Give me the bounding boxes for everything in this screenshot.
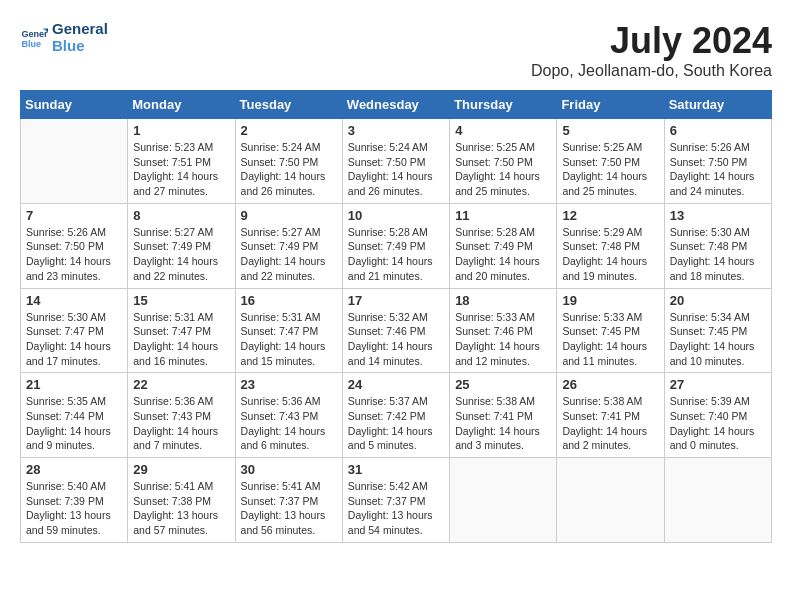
cell-info: Sunrise: 5:40 AM Sunset: 7:39 PM Dayligh… bbox=[26, 479, 122, 538]
calendar-cell: 9Sunrise: 5:27 AM Sunset: 7:49 PM Daylig… bbox=[235, 203, 342, 288]
day-number: 6 bbox=[670, 123, 766, 138]
day-number: 21 bbox=[26, 377, 122, 392]
weekday-header-wednesday: Wednesday bbox=[342, 91, 449, 119]
cell-info: Sunrise: 5:23 AM Sunset: 7:51 PM Dayligh… bbox=[133, 140, 229, 199]
cell-info: Sunrise: 5:33 AM Sunset: 7:46 PM Dayligh… bbox=[455, 310, 551, 369]
cell-info: Sunrise: 5:26 AM Sunset: 7:50 PM Dayligh… bbox=[26, 225, 122, 284]
calendar-cell: 2Sunrise: 5:24 AM Sunset: 7:50 PM Daylig… bbox=[235, 119, 342, 204]
calendar-cell: 31Sunrise: 5:42 AM Sunset: 7:37 PM Dayli… bbox=[342, 458, 449, 543]
calendar-cell: 4Sunrise: 5:25 AM Sunset: 7:50 PM Daylig… bbox=[450, 119, 557, 204]
calendar-week-1: 1Sunrise: 5:23 AM Sunset: 7:51 PM Daylig… bbox=[21, 119, 772, 204]
day-number: 4 bbox=[455, 123, 551, 138]
day-number: 18 bbox=[455, 293, 551, 308]
calendar-cell: 11Sunrise: 5:28 AM Sunset: 7:49 PM Dayli… bbox=[450, 203, 557, 288]
cell-info: Sunrise: 5:37 AM Sunset: 7:42 PM Dayligh… bbox=[348, 394, 444, 453]
calendar-cell bbox=[664, 458, 771, 543]
calendar-cell: 3Sunrise: 5:24 AM Sunset: 7:50 PM Daylig… bbox=[342, 119, 449, 204]
cell-info: Sunrise: 5:41 AM Sunset: 7:38 PM Dayligh… bbox=[133, 479, 229, 538]
cell-info: Sunrise: 5:38 AM Sunset: 7:41 PM Dayligh… bbox=[455, 394, 551, 453]
weekday-header-sunday: Sunday bbox=[21, 91, 128, 119]
day-number: 23 bbox=[241, 377, 337, 392]
calendar-cell: 18Sunrise: 5:33 AM Sunset: 7:46 PM Dayli… bbox=[450, 288, 557, 373]
day-number: 28 bbox=[26, 462, 122, 477]
svg-text:General: General bbox=[21, 29, 48, 39]
weekday-header-friday: Friday bbox=[557, 91, 664, 119]
cell-info: Sunrise: 5:25 AM Sunset: 7:50 PM Dayligh… bbox=[455, 140, 551, 199]
calendar-cell: 10Sunrise: 5:28 AM Sunset: 7:49 PM Dayli… bbox=[342, 203, 449, 288]
day-number: 8 bbox=[133, 208, 229, 223]
cell-info: Sunrise: 5:27 AM Sunset: 7:49 PM Dayligh… bbox=[241, 225, 337, 284]
day-number: 2 bbox=[241, 123, 337, 138]
cell-info: Sunrise: 5:31 AM Sunset: 7:47 PM Dayligh… bbox=[241, 310, 337, 369]
cell-info: Sunrise: 5:30 AM Sunset: 7:48 PM Dayligh… bbox=[670, 225, 766, 284]
calendar-week-4: 21Sunrise: 5:35 AM Sunset: 7:44 PM Dayli… bbox=[21, 373, 772, 458]
header-row: SundayMondayTuesdayWednesdayThursdayFrid… bbox=[21, 91, 772, 119]
logo-blue: Blue bbox=[52, 37, 108, 54]
day-number: 24 bbox=[348, 377, 444, 392]
month-year: July 2024 bbox=[531, 20, 772, 62]
weekday-header-tuesday: Tuesday bbox=[235, 91, 342, 119]
cell-info: Sunrise: 5:27 AM Sunset: 7:49 PM Dayligh… bbox=[133, 225, 229, 284]
day-number: 30 bbox=[241, 462, 337, 477]
calendar-cell: 19Sunrise: 5:33 AM Sunset: 7:45 PM Dayli… bbox=[557, 288, 664, 373]
title-block: July 2024 Dopo, Jeollanam-do, South Kore… bbox=[531, 20, 772, 80]
cell-info: Sunrise: 5:24 AM Sunset: 7:50 PM Dayligh… bbox=[348, 140, 444, 199]
calendar-cell: 20Sunrise: 5:34 AM Sunset: 7:45 PM Dayli… bbox=[664, 288, 771, 373]
calendar-cell: 25Sunrise: 5:38 AM Sunset: 7:41 PM Dayli… bbox=[450, 373, 557, 458]
day-number: 15 bbox=[133, 293, 229, 308]
cell-info: Sunrise: 5:33 AM Sunset: 7:45 PM Dayligh… bbox=[562, 310, 658, 369]
calendar-cell: 5Sunrise: 5:25 AM Sunset: 7:50 PM Daylig… bbox=[557, 119, 664, 204]
day-number: 5 bbox=[562, 123, 658, 138]
cell-info: Sunrise: 5:41 AM Sunset: 7:37 PM Dayligh… bbox=[241, 479, 337, 538]
day-number: 22 bbox=[133, 377, 229, 392]
calendar-cell: 26Sunrise: 5:38 AM Sunset: 7:41 PM Dayli… bbox=[557, 373, 664, 458]
day-number: 27 bbox=[670, 377, 766, 392]
cell-info: Sunrise: 5:28 AM Sunset: 7:49 PM Dayligh… bbox=[455, 225, 551, 284]
cell-info: Sunrise: 5:32 AM Sunset: 7:46 PM Dayligh… bbox=[348, 310, 444, 369]
svg-text:Blue: Blue bbox=[21, 39, 41, 49]
page-header: General Blue General Blue July 2024 Dopo… bbox=[20, 20, 772, 80]
calendar-cell: 1Sunrise: 5:23 AM Sunset: 7:51 PM Daylig… bbox=[128, 119, 235, 204]
day-number: 31 bbox=[348, 462, 444, 477]
cell-info: Sunrise: 5:36 AM Sunset: 7:43 PM Dayligh… bbox=[133, 394, 229, 453]
logo-icon: General Blue bbox=[20, 23, 48, 51]
weekday-header-saturday: Saturday bbox=[664, 91, 771, 119]
day-number: 16 bbox=[241, 293, 337, 308]
cell-info: Sunrise: 5:35 AM Sunset: 7:44 PM Dayligh… bbox=[26, 394, 122, 453]
logo: General Blue General Blue bbox=[20, 20, 108, 54]
day-number: 13 bbox=[670, 208, 766, 223]
calendar-cell: 27Sunrise: 5:39 AM Sunset: 7:40 PM Dayli… bbox=[664, 373, 771, 458]
calendar-cell: 29Sunrise: 5:41 AM Sunset: 7:38 PM Dayli… bbox=[128, 458, 235, 543]
calendar-cell: 22Sunrise: 5:36 AM Sunset: 7:43 PM Dayli… bbox=[128, 373, 235, 458]
day-number: 26 bbox=[562, 377, 658, 392]
day-number: 12 bbox=[562, 208, 658, 223]
cell-info: Sunrise: 5:38 AM Sunset: 7:41 PM Dayligh… bbox=[562, 394, 658, 453]
calendar-cell: 15Sunrise: 5:31 AM Sunset: 7:47 PM Dayli… bbox=[128, 288, 235, 373]
day-number: 1 bbox=[133, 123, 229, 138]
cell-info: Sunrise: 5:26 AM Sunset: 7:50 PM Dayligh… bbox=[670, 140, 766, 199]
cell-info: Sunrise: 5:31 AM Sunset: 7:47 PM Dayligh… bbox=[133, 310, 229, 369]
logo-general: General bbox=[52, 20, 108, 37]
day-number: 11 bbox=[455, 208, 551, 223]
day-number: 14 bbox=[26, 293, 122, 308]
cell-info: Sunrise: 5:34 AM Sunset: 7:45 PM Dayligh… bbox=[670, 310, 766, 369]
day-number: 19 bbox=[562, 293, 658, 308]
calendar-cell bbox=[450, 458, 557, 543]
calendar-cell: 12Sunrise: 5:29 AM Sunset: 7:48 PM Dayli… bbox=[557, 203, 664, 288]
calendar-cell: 23Sunrise: 5:36 AM Sunset: 7:43 PM Dayli… bbox=[235, 373, 342, 458]
cell-info: Sunrise: 5:42 AM Sunset: 7:37 PM Dayligh… bbox=[348, 479, 444, 538]
day-number: 3 bbox=[348, 123, 444, 138]
day-number: 10 bbox=[348, 208, 444, 223]
calendar-table: SundayMondayTuesdayWednesdayThursdayFrid… bbox=[20, 90, 772, 543]
cell-info: Sunrise: 5:36 AM Sunset: 7:43 PM Dayligh… bbox=[241, 394, 337, 453]
cell-info: Sunrise: 5:39 AM Sunset: 7:40 PM Dayligh… bbox=[670, 394, 766, 453]
day-number: 7 bbox=[26, 208, 122, 223]
calendar-week-2: 7Sunrise: 5:26 AM Sunset: 7:50 PM Daylig… bbox=[21, 203, 772, 288]
day-number: 9 bbox=[241, 208, 337, 223]
calendar-cell bbox=[21, 119, 128, 204]
calendar-cell bbox=[557, 458, 664, 543]
calendar-cell: 24Sunrise: 5:37 AM Sunset: 7:42 PM Dayli… bbox=[342, 373, 449, 458]
calendar-cell: 7Sunrise: 5:26 AM Sunset: 7:50 PM Daylig… bbox=[21, 203, 128, 288]
calendar-week-5: 28Sunrise: 5:40 AM Sunset: 7:39 PM Dayli… bbox=[21, 458, 772, 543]
day-number: 29 bbox=[133, 462, 229, 477]
